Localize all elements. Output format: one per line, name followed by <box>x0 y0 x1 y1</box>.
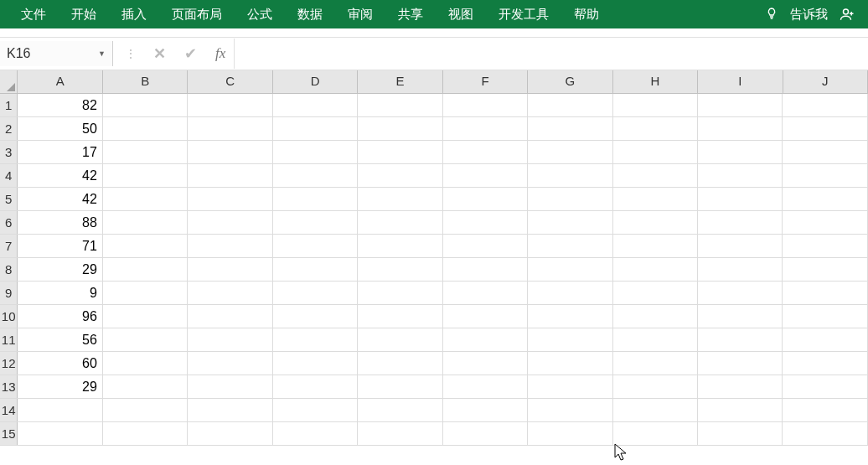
cell-A13[interactable]: 29 <box>18 375 102 398</box>
cell-G4[interactable] <box>528 164 612 187</box>
cell-I1[interactable] <box>698 94 783 116</box>
cell-G6[interactable] <box>528 211 612 234</box>
cell-F4[interactable] <box>443 164 528 187</box>
cell-J12[interactable] <box>783 352 867 375</box>
col-header-C[interactable]: C <box>188 70 272 93</box>
cell-H6[interactable] <box>613 211 698 234</box>
cell-F7[interactable] <box>443 235 528 257</box>
col-header-G[interactable]: G <box>528 70 612 93</box>
row-header[interactable]: 7 <box>0 235 18 257</box>
col-header-J[interactable]: J <box>783 70 868 93</box>
col-header-B[interactable]: B <box>103 70 188 93</box>
name-box-dropdown-icon[interactable]: ▼ <box>98 49 106 58</box>
cell-J14[interactable] <box>783 399 867 421</box>
cell-D15[interactable] <box>273 422 358 445</box>
cell-C5[interactable] <box>188 188 272 210</box>
cell-D2[interactable] <box>273 117 358 140</box>
row-header[interactable]: 15 <box>0 422 18 445</box>
row-header[interactable]: 3 <box>0 141 18 163</box>
cell-H13[interactable] <box>613 375 698 398</box>
cell-I15[interactable] <box>698 422 783 445</box>
cell-E8[interactable] <box>358 258 442 281</box>
share-user-icon[interactable] <box>840 7 855 22</box>
cell-C9[interactable] <box>188 282 272 304</box>
cell-H11[interactable] <box>613 328 698 351</box>
cell-E9[interactable] <box>358 282 442 304</box>
cell-G7[interactable] <box>528 235 612 257</box>
cell-I5[interactable] <box>698 188 783 210</box>
col-header-F[interactable]: F <box>443 70 528 93</box>
cell-E15[interactable] <box>358 422 442 445</box>
cell-I7[interactable] <box>698 235 783 257</box>
cell-C6[interactable] <box>188 211 272 234</box>
cell-C11[interactable] <box>188 328 272 351</box>
cell-G14[interactable] <box>528 399 612 421</box>
cell-J13[interactable] <box>783 375 867 398</box>
cell-F15[interactable] <box>443 422 528 445</box>
cell-C3[interactable] <box>188 141 272 163</box>
cell-C8[interactable] <box>188 258 272 281</box>
row-header[interactable]: 4 <box>0 164 18 187</box>
lightbulb-icon[interactable] <box>765 7 778 23</box>
row-header[interactable]: 14 <box>0 399 18 421</box>
cell-A8[interactable]: 29 <box>18 258 102 281</box>
tab-pagelayout[interactable]: 页面布局 <box>159 0 235 28</box>
cell-I13[interactable] <box>698 375 783 398</box>
cell-D3[interactable] <box>273 141 358 163</box>
cell-E14[interactable] <box>358 399 442 421</box>
cell-A11[interactable]: 56 <box>18 328 102 351</box>
cell-B14[interactable] <box>103 399 188 421</box>
cell-B7[interactable] <box>103 235 188 257</box>
row-header[interactable]: 13 <box>0 375 18 398</box>
cell-J9[interactable] <box>783 282 867 304</box>
select-all-corner[interactable] <box>0 70 18 93</box>
tab-formulas[interactable]: 公式 <box>235 0 285 28</box>
cell-I8[interactable] <box>698 258 783 281</box>
cell-B5[interactable] <box>103 188 188 210</box>
cell-D1[interactable] <box>273 94 358 116</box>
cell-F3[interactable] <box>443 141 528 163</box>
cell-I3[interactable] <box>698 141 783 163</box>
cancel-icon[interactable]: ✕ <box>153 44 166 63</box>
col-header-A[interactable]: A <box>18 70 102 93</box>
cell-G3[interactable] <box>528 141 612 163</box>
cell-B11[interactable] <box>103 328 188 351</box>
cell-H14[interactable] <box>613 399 698 421</box>
cell-A3[interactable]: 17 <box>18 141 102 163</box>
cell-H10[interactable] <box>613 305 698 328</box>
cell-H5[interactable] <box>613 188 698 210</box>
cell-D13[interactable] <box>273 375 358 398</box>
cell-F12[interactable] <box>443 352 528 375</box>
cell-C2[interactable] <box>188 117 272 140</box>
cell-D6[interactable] <box>273 211 358 234</box>
cell-B12[interactable] <box>103 352 188 375</box>
cell-A6[interactable]: 88 <box>18 211 102 234</box>
cell-I9[interactable] <box>698 282 783 304</box>
cell-H3[interactable] <box>613 141 698 163</box>
cell-I12[interactable] <box>698 352 783 375</box>
cell-B6[interactable] <box>103 211 188 234</box>
cell-B1[interactable] <box>103 94 188 116</box>
col-header-D[interactable]: D <box>273 70 358 93</box>
tab-share[interactable]: 共享 <box>385 0 436 28</box>
cell-D4[interactable] <box>273 164 358 187</box>
cell-E10[interactable] <box>358 305 442 328</box>
cell-H15[interactable] <box>613 422 698 445</box>
cell-G9[interactable] <box>528 282 612 304</box>
cell-J3[interactable] <box>783 141 867 163</box>
tab-devtools[interactable]: 开发工具 <box>486 0 561 28</box>
cell-J7[interactable] <box>783 235 867 257</box>
cell-B9[interactable] <box>103 282 188 304</box>
cell-E6[interactable] <box>358 211 442 234</box>
tab-file[interactable]: 文件 <box>8 0 59 28</box>
cell-J1[interactable] <box>783 94 867 116</box>
cell-G11[interactable] <box>528 328 612 351</box>
cell-H8[interactable] <box>613 258 698 281</box>
cell-I11[interactable] <box>698 328 783 351</box>
cell-H4[interactable] <box>613 164 698 187</box>
row-header[interactable]: 1 <box>0 94 18 116</box>
cell-C12[interactable] <box>188 352 272 375</box>
cell-E1[interactable] <box>358 94 442 116</box>
cell-D10[interactable] <box>273 305 358 328</box>
cell-C10[interactable] <box>188 305 272 328</box>
